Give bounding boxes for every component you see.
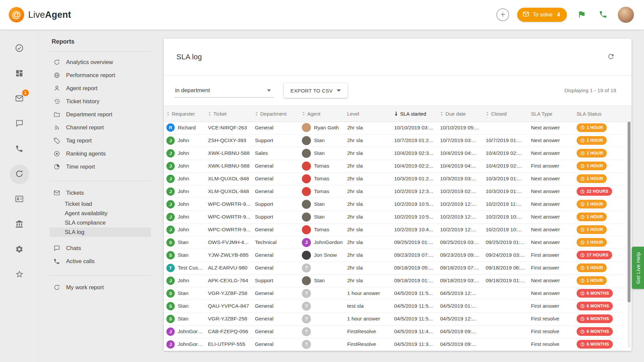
rail-item-reports[interactable]	[10, 165, 29, 184]
sidebar-item-chats[interactable]: Chats	[39, 242, 151, 255]
table-row[interactable]: J John ZSH-QCIXY-393 Support Stan 2hr sl…	[164, 134, 626, 147]
table-row[interactable]: J JohnGordo... CAB-FZEPQ-056 General ? F…	[164, 325, 626, 338]
sla-type-cell: Next answer	[530, 223, 576, 236]
main-content: SLA log in department EXPORT TO CSV Disp…	[151, 29, 644, 362]
table-row[interactable]: S Stan VGR-YJZBF-258 General ? 1 hour an…	[164, 312, 626, 325]
sla-status-cell: 6 MONTHS	[576, 312, 626, 325]
requester-name: John	[178, 227, 189, 233]
level-cell: 2hr sla	[346, 160, 393, 172]
requester-avatar: S	[166, 302, 175, 310]
get-live-help-label: Get Live Help	[635, 252, 641, 284]
column-header-ticket[interactable]: Ticket	[207, 106, 254, 121]
column-header-agent[interactable]: Agent	[301, 106, 346, 121]
sidebar-item-time-report[interactable]: Time report	[39, 160, 151, 173]
requester-name: Stan	[178, 303, 189, 309]
due-date-cell: 10/2/2019 12:...	[439, 198, 485, 210]
export-csv-button[interactable]: EXPORT TO CSV	[284, 83, 347, 98]
table-row[interactable]: J John WPC-OWRTR-9... Support Stan 2hr s…	[164, 210, 626, 223]
closed-cell	[485, 325, 530, 338]
table-row[interactable]: S Stan VGR-YJZBF-258 General ? 1 hour an…	[164, 287, 626, 300]
rail-item-contacts[interactable]	[10, 190, 29, 209]
level-cell: 2hr sla	[346, 261, 393, 274]
sidebar-subitem-sla-compliance[interactable]: SLA compliance	[50, 218, 151, 228]
sidebar-subitem-agent-availability[interactable]: Agent availability	[50, 209, 151, 218]
add-button[interactable]	[496, 8, 509, 21]
table-row[interactable]: S Stan YJW-ZWLYB-895 General Jon Snow 2h…	[164, 249, 626, 261]
history-icon	[53, 98, 60, 105]
table-row[interactable]: J John WPC-OWRTR-9... General Tomas 2hr …	[164, 223, 626, 236]
rail-item-chats[interactable]	[10, 114, 29, 134]
column-header-department[interactable]: Department	[254, 106, 301, 121]
ticket-cell: YJW-ZWLYB-895	[207, 249, 254, 261]
table-row[interactable]: J John XWK-LRBNU-588 Sales Stan 2hr sla …	[164, 147, 626, 160]
scrollbar-thumb[interactable]	[628, 122, 631, 302]
column-header-due-date[interactable]: Due date	[439, 106, 485, 121]
sidebar-item-performance-report[interactable]: Performance report	[39, 69, 151, 82]
flag-button[interactable]	[575, 8, 588, 21]
requester-name: Stan	[178, 316, 189, 322]
tickets-count-badge: 1	[22, 89, 29, 96]
refresh-button[interactable]	[605, 52, 616, 62]
closed-cell	[485, 300, 530, 312]
table-row[interactable]: J John XLM-QUXOL-848 General Tomas 2hr s…	[164, 185, 626, 198]
due-date-cell: 10/4/2019 04:...	[439, 147, 485, 160]
rail-item-settings[interactable]	[10, 240, 29, 259]
sidebar-item-tag-report[interactable]: Tag report	[39, 134, 151, 147]
level-cell: 2hr sla	[346, 249, 393, 261]
requester-avatar: S	[166, 289, 175, 298]
sidebar-item-analytics-overview[interactable]: Analytics overview	[39, 56, 151, 69]
ticket-cell: XLM-QUXOL-848	[207, 185, 254, 198]
column-header-level: Level	[346, 106, 393, 121]
sidebar-item-department-report[interactable]: Department report	[39, 108, 151, 121]
requester-avatar: S	[166, 238, 175, 247]
rail-item-dashboard[interactable]	[10, 64, 29, 83]
rail-item-tasks[interactable]	[10, 39, 29, 58]
rail-item-gamification[interactable]	[10, 265, 29, 285]
sidebar-item-agent-report[interactable]: Agent report	[39, 82, 151, 95]
department-filter-select[interactable]: in department	[174, 83, 274, 98]
table-row[interactable]: J JohnGordo... ELI-UTPPP-555 General ? F…	[164, 338, 626, 351]
to-solve-button[interactable]: To solve 4	[517, 8, 567, 22]
requester-avatar: J	[166, 200, 175, 208]
closed-cell: 10/3/2019 01:...	[485, 172, 530, 185]
user-avatar[interactable]	[618, 7, 634, 23]
vertical-scrollbar[interactable]	[628, 122, 631, 348]
column-header-sla-started[interactable]: SLA started	[393, 106, 439, 121]
column-header-closed[interactable]: Closed	[485, 106, 530, 121]
chat-icon	[53, 245, 60, 252]
sla-started-cell: 09/18/2019 05:...	[393, 261, 439, 274]
table-row[interactable]: J John XLM-QUXOL-848 General Tomas 2hr s…	[164, 172, 626, 185]
sla-started-cell: 10/2/2019 10:5...	[393, 210, 439, 223]
get-live-help-tab[interactable]: Get Live Help	[632, 247, 644, 289]
ticket-cell: XWK-LRBNU-588	[207, 147, 254, 160]
sidebar-item-channel-report[interactable]: Channel report	[39, 121, 151, 134]
table-row[interactable]: S Stan OWS-FVJMH-4... Technical J JohnGo…	[164, 236, 626, 249]
folder-icon	[53, 111, 60, 118]
sidebar-item-label: Department report	[66, 111, 112, 118]
sidebar-item-ranking-agents[interactable]: Ranking agents	[39, 147, 151, 160]
table-row[interactable]: S Stan QAU-YVPCA-847 General ? test sla …	[164, 300, 626, 312]
sidebar-item-my-work-report[interactable]: My work report	[39, 281, 151, 294]
sidebar-item-label: Tickets	[66, 190, 84, 196]
sla-type-cell: Next answer	[530, 236, 576, 249]
table-row[interactable]: R Richard VCE-NIRQF-263 General Ryan Got…	[164, 121, 626, 134]
sidebar-item-ticket-history[interactable]: Ticket history	[39, 95, 151, 108]
sidebar-subitem-ticket-load[interactable]: Ticket load	[50, 199, 151, 209]
table-row[interactable]: T Test Custo... ALZ-EARVU-980 General ? …	[164, 261, 626, 274]
requester-cell: S Stan	[164, 312, 207, 325]
table-row[interactable]: J John WPC-OWRTR-9... Support Stan 2hr s…	[164, 198, 626, 210]
column-header-requester[interactable]: Requester	[164, 106, 207, 121]
agent-avatar: ?	[302, 302, 311, 311]
to-solve-label: To solve	[533, 12, 552, 18]
call-button[interactable]	[596, 8, 610, 21]
sidebar-item-active-calls[interactable]: Active calls	[39, 255, 151, 268]
table-row[interactable]: J John XWK-LRBNU-588 General Tomas 2hr s…	[164, 160, 626, 172]
sla-status-cell: 1 HOUR	[576, 210, 626, 223]
rail-item-tickets[interactable]: 1	[10, 89, 29, 109]
sidebar-item-tickets[interactable]: Tickets	[39, 186, 151, 199]
table-row[interactable]: J John APK-CEXLG-764 Support Stan 2hr sl…	[164, 274, 626, 287]
ticket-cell: ZSH-QCIXY-393	[207, 134, 254, 147]
sidebar-subitem-sla-log[interactable]: SLA log	[50, 228, 151, 237]
rail-item-company[interactable]	[10, 215, 29, 234]
rail-item-calls[interactable]	[10, 139, 29, 159]
